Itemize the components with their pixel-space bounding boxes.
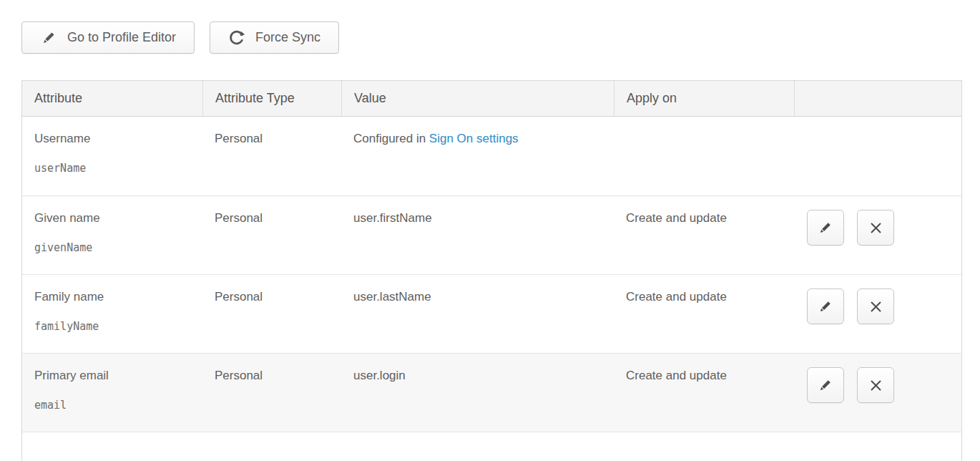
value-text: Configured in: [353, 132, 429, 145]
apply-on-cell: [614, 117, 794, 195]
x-icon: [868, 220, 884, 236]
apply-on-cell: Create and update: [614, 275, 794, 353]
attribute-label: Family name: [34, 290, 195, 304]
x-icon: [868, 299, 884, 315]
refresh-icon: [228, 29, 246, 47]
value-cell: user.login: [341, 354, 614, 432]
attribute-variable-name: userName: [34, 162, 195, 175]
remove-attribute-button[interactable]: [857, 210, 894, 246]
edit-attribute-button[interactable]: [807, 367, 844, 403]
header-attribute: Attribute: [22, 81, 202, 116]
attribute-type-cell: Personal: [202, 117, 341, 195]
attribute-cell: Primary email email: [22, 354, 202, 432]
attribute-label: Primary email: [34, 369, 195, 383]
actions-cell: [794, 117, 961, 195]
force-sync-label: Force Sync: [255, 30, 320, 45]
sign-on-settings-link[interactable]: Sign On settings: [429, 132, 519, 145]
attribute-label: Given name: [34, 211, 195, 225]
attribute-type-cell: Personal: [202, 196, 341, 274]
pencil-icon: [817, 377, 834, 394]
table-row-primary-email: Primary email email Personal user.login …: [22, 353, 961, 432]
go-to-profile-editor-button[interactable]: Go to Profile Editor: [21, 21, 195, 54]
actions-cell: [794, 275, 961, 353]
attribute-type-cell: Personal: [202, 354, 341, 432]
attribute-mappings-table: Attribute Attribute Type Value Apply on …: [21, 80, 962, 461]
attribute-variable-name: givenName: [34, 241, 195, 254]
attribute-variable-name: email: [34, 399, 195, 412]
next-table-row-partial: [22, 432, 961, 461]
header-attribute-type: Attribute Type: [202, 81, 341, 116]
attribute-cell: Username userName: [22, 117, 202, 195]
value-cell: user.lastName: [341, 275, 614, 353]
actions-cell: [794, 196, 961, 274]
actions-cell: [794, 354, 961, 432]
x-icon: [868, 377, 884, 394]
attribute-cell: Family name familyName: [22, 275, 202, 353]
attribute-cell: Given name givenName: [22, 196, 202, 274]
pencil-icon: [40, 29, 58, 47]
toolbar: Go to Profile Editor Force Sync: [21, 21, 339, 54]
remove-attribute-button[interactable]: [857, 367, 894, 403]
force-sync-button[interactable]: Force Sync: [210, 21, 339, 54]
table-header-row: Attribute Attribute Type Value Apply on: [22, 81, 961, 117]
table-row-username: Username userName Personal Configured in…: [22, 117, 961, 195]
value-cell: Configured in Sign On settings: [341, 117, 614, 195]
pencil-icon: [817, 219, 834, 236]
header-actions: [794, 81, 961, 116]
edit-attribute-button[interactable]: [807, 288, 844, 324]
header-apply-on: Apply on: [614, 81, 794, 116]
value-cell: user.firstName: [341, 196, 614, 274]
edit-attribute-button[interactable]: [807, 210, 844, 246]
attribute-variable-name: familyName: [34, 320, 195, 333]
apply-on-cell: Create and update: [614, 196, 794, 274]
apply-on-cell: Create and update: [614, 354, 794, 432]
go-to-profile-editor-label: Go to Profile Editor: [67, 30, 176, 45]
attribute-label: Username: [34, 132, 195, 146]
table-row-given-name: Given name givenName Personal user.first…: [22, 195, 961, 274]
pencil-icon: [817, 298, 834, 315]
table-row-family-name: Family name familyName Personal user.las…: [22, 274, 961, 353]
attribute-type-cell: Personal: [202, 275, 341, 353]
remove-attribute-button[interactable]: [857, 288, 894, 324]
header-value: Value: [341, 81, 614, 116]
